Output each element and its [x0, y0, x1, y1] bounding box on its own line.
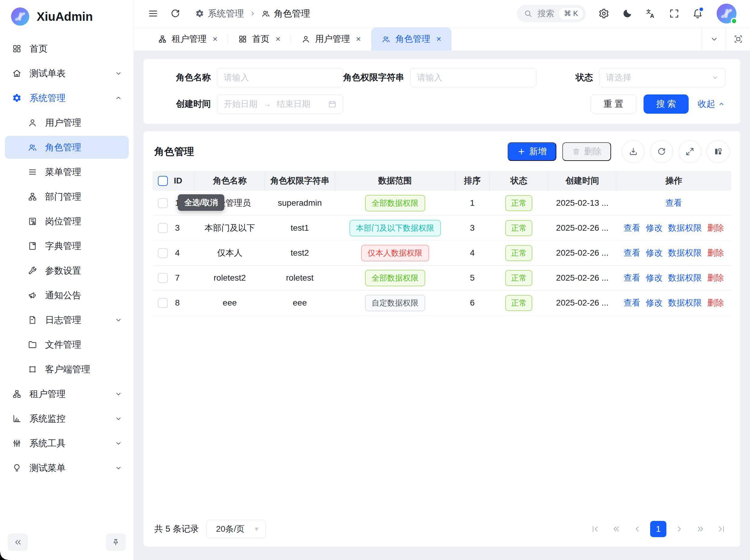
refresh-icon[interactable] [170, 8, 181, 19]
tabbar: 租户管理×首页×用户管理×角色管理× [134, 27, 750, 51]
column-header: 创建时间 [548, 171, 616, 191]
total-records: 共 5 条记录 [154, 523, 199, 535]
jump-forward-button[interactable] [692, 521, 709, 537]
role-key-input[interactable] [410, 68, 536, 87]
sidebar-item-label: 租户管理 [29, 388, 65, 400]
action-link[interactable]: 修改 [646, 248, 663, 257]
sidebar-item[interactable]: 字典管理 [5, 235, 129, 257]
caret-down-icon: ▼ [254, 526, 260, 533]
search-button[interactable]: 搜 索 [644, 95, 689, 114]
sidebar-item[interactable]: 用户管理 [5, 111, 129, 134]
next-page-button[interactable] [671, 521, 687, 537]
sidebar-item[interactable]: 系统工具 [5, 432, 129, 455]
sidebar-item[interactable]: 系统监控 [5, 407, 129, 430]
tab-item[interactable]: 首页× [228, 27, 290, 51]
status-select[interactable]: 请选择 [599, 68, 725, 87]
sidebar-item[interactable]: 部门管理 [5, 185, 129, 208]
table-refresh-button[interactable] [650, 140, 673, 163]
sidebar-item[interactable]: 菜单管理 [5, 161, 129, 183]
settings-gear-icon[interactable] [599, 8, 609, 19]
row-checkbox[interactable] [158, 198, 168, 208]
add-button[interactable]: 新增 [508, 142, 556, 161]
sidebar-pin-button[interactable] [106, 534, 126, 551]
dark-mode-moon-icon[interactable] [622, 8, 633, 19]
date-start-placeholder: 开始日期 [224, 98, 258, 110]
tab-label: 用户管理 [315, 33, 350, 45]
select-all-checkbox[interactable] [158, 176, 168, 186]
role-name-input[interactable] [217, 68, 343, 87]
sidebar-menu: 首页测试单表系统管理用户管理角色管理菜单管理部门管理岗位管理字典管理参数设置通知… [0, 31, 134, 529]
first-page-button[interactable] [587, 521, 603, 537]
row-checkbox[interactable] [158, 298, 168, 308]
breadcrumb-item[interactable]: 系统管理 [195, 7, 244, 20]
delete-button[interactable]: 删除 [562, 142, 611, 161]
calendar-icon [328, 100, 337, 108]
sidebar-item[interactable]: 租户管理 [5, 383, 129, 405]
prev-page-button[interactable] [629, 521, 645, 537]
user-avatar[interactable] [716, 3, 737, 24]
current-page[interactable]: 1 [650, 521, 666, 537]
export-button[interactable] [622, 140, 645, 163]
action-delete[interactable]: 删除 [707, 248, 724, 257]
action-delete[interactable]: 删除 [707, 273, 724, 282]
sidebar-item[interactable]: 首页 [5, 37, 129, 60]
cell-actions: 查看修改数据权限删除 [616, 241, 731, 265]
global-search[interactable]: 搜索 ⌘ K [517, 5, 586, 22]
action-delete[interactable]: 删除 [707, 223, 724, 233]
cell-role-key: roletest [265, 265, 335, 291]
action-link[interactable]: 查看 [623, 223, 640, 233]
tab-active[interactable]: 角色管理× [371, 27, 451, 51]
fullscreen-icon[interactable] [669, 8, 680, 19]
action-link[interactable]: 修改 [646, 298, 663, 307]
sidebar-item[interactable]: 系统管理 [5, 87, 129, 109]
tab-item[interactable]: 用户管理× [291, 27, 371, 51]
row-checkbox[interactable] [158, 223, 168, 233]
tab-fullscreen-button[interactable] [726, 27, 750, 51]
cell-id: 8 [175, 298, 180, 308]
last-page-button[interactable] [713, 521, 730, 537]
sidebar-item[interactable]: 文件管理 [5, 333, 129, 356]
sidebar-item[interactable]: 客户端管理 [5, 358, 129, 381]
tab-item[interactable]: 租户管理× [148, 27, 228, 51]
sidebar-item[interactable]: 日志管理 [5, 308, 129, 332]
action-delete[interactable]: 删除 [707, 298, 724, 307]
table-expand-button[interactable] [678, 140, 701, 163]
page-size-select[interactable]: 20条/页 ▼ [207, 520, 266, 538]
translate-icon[interactable]: 文A [645, 8, 656, 19]
sidebar-item[interactable]: 测试菜单 [5, 457, 129, 479]
cell-created-time: 2025-02-26 ... [548, 216, 616, 241]
action-link[interactable]: 查看 [623, 273, 640, 282]
action-link[interactable]: 查看 [623, 298, 640, 307]
action-link[interactable]: 数据权限 [668, 273, 702, 282]
sidebar-item[interactable]: 岗位管理 [5, 210, 129, 233]
tab-dropdown-button[interactable] [702, 27, 726, 51]
close-icon[interactable]: × [276, 35, 280, 43]
sidebar-item[interactable]: 参数设置 [5, 259, 129, 282]
reset-button[interactable]: 重 置 [591, 95, 636, 114]
cell-id: 7 [175, 273, 180, 283]
sidebar-item[interactable]: 通知公告 [5, 284, 129, 307]
table-row: 4仅本人test2仅本人数据权限4正常2025-02-26 ...查看修改数据权… [153, 241, 731, 265]
date-range-input[interactable]: 开始日期 → 结束日期 [217, 95, 343, 114]
notifications-button[interactable] [692, 8, 703, 19]
collapse-filters-link[interactable]: 收起 [698, 98, 725, 110]
action-link[interactable]: 数据权限 [668, 248, 702, 257]
column-settings-button[interactable] [707, 140, 730, 163]
jump-back-button[interactable] [608, 521, 624, 537]
action-link[interactable]: 查看 [665, 198, 682, 207]
hamburger-icon[interactable] [148, 8, 159, 19]
action-link[interactable]: 修改 [646, 223, 663, 233]
sidebar-item[interactable]: 测试单表 [5, 62, 129, 85]
sidebar-collapse-button[interactable] [8, 534, 28, 551]
action-link[interactable]: 数据权限 [668, 223, 702, 233]
row-checkbox[interactable] [158, 273, 168, 283]
close-icon[interactable]: × [212, 35, 218, 43]
row-checkbox[interactable] [158, 248, 168, 258]
breadcrumb-item[interactable]: 角色管理 [261, 7, 310, 20]
sidebar-item[interactable]: 角色管理 [5, 136, 129, 159]
close-icon[interactable]: × [356, 35, 361, 43]
action-link[interactable]: 查看 [623, 248, 640, 257]
close-icon[interactable]: × [437, 35, 441, 43]
action-link[interactable]: 修改 [646, 273, 663, 282]
action-link[interactable]: 数据权限 [668, 298, 702, 307]
